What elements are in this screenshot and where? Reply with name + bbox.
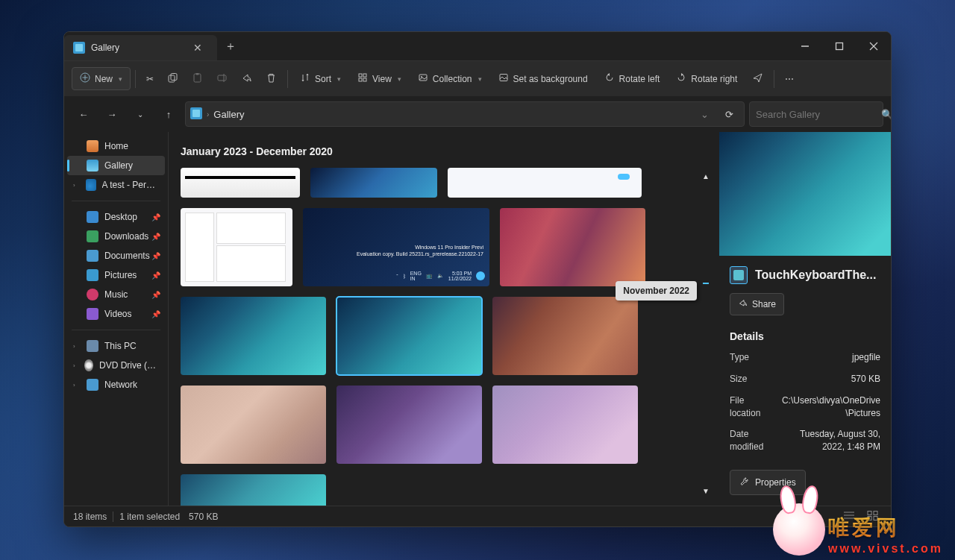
thumbnail[interactable] <box>492 386 638 464</box>
new-tab-button[interactable]: ＋ <box>217 32 244 60</box>
minimize-button[interactable] <box>788 42 822 51</box>
sidebar-item-label: Network <box>104 380 137 390</box>
set-background-button[interactable]: Set as background <box>491 68 595 89</box>
thumbnail[interactable] <box>492 297 638 375</box>
sidebar-item-videos[interactable]: Videos 📌 <box>67 304 165 324</box>
copy-button[interactable] <box>161 68 184 90</box>
thumbnail[interactable] <box>181 386 326 464</box>
sidebar-item-desktop[interactable]: Desktop 📌 <box>67 207 165 227</box>
bluetooth-icon: ᛒ <box>403 274 406 279</box>
divider <box>135 70 136 88</box>
sidebar-item-label: Gallery <box>104 160 133 171</box>
chevron-right-icon[interactable]: › <box>73 382 81 388</box>
sidebar-item-atest[interactable]: › A test - Personal <box>67 175 165 195</box>
thumbnail[interactable] <box>336 386 482 464</box>
thumbnail[interactable] <box>500 208 645 286</box>
thumbnail[interactable] <box>448 168 642 198</box>
thumbnail[interactable] <box>181 297 326 375</box>
insider-line2: Evaluation copy. Build 25231.rs_prerelea… <box>357 251 483 257</box>
svg-rect-30 <box>874 517 877 520</box>
sidebar-item-network[interactable]: › Network <box>67 375 165 394</box>
chevron-right-icon[interactable]: › <box>73 362 78 369</box>
sidebar-item-home[interactable]: Home <box>67 136 165 156</box>
layout-details-button[interactable] <box>840 509 858 524</box>
up-button[interactable]: ↑ <box>157 102 181 126</box>
home-icon <box>87 140 98 152</box>
view-button[interactable]: View ▾ <box>350 68 409 89</box>
details-filename: TouchKeyboardThe... <box>755 268 876 282</box>
collection-button[interactable]: Collection ▾ <box>410 68 489 89</box>
status-item-count: 18 items <box>73 512 107 522</box>
chevron-right-icon[interactable]: › <box>73 343 81 350</box>
new-button[interactable]: New ▾ <box>72 67 131 90</box>
tab-gallery[interactable]: Gallery ✕ <box>64 35 217 60</box>
properties-button[interactable]: Properties <box>730 470 806 495</box>
sidebar-item-label: Videos <box>104 309 131 319</box>
trash-icon <box>266 72 277 86</box>
sidebar-item-music[interactable]: Music 📌 <box>67 285 165 304</box>
chevron-down-icon: ▾ <box>478 75 482 83</box>
triangle-up-icon[interactable]: ▲ <box>699 169 713 183</box>
sort-button[interactable]: Sort ▾ <box>292 68 348 89</box>
thumbnail[interactable]: Windows 11 Pro Insider Previ Evaluation … <box>303 208 489 286</box>
address-dropdown-button[interactable]: ⌄ <box>695 109 715 120</box>
breadcrumb-sep-icon: › <box>207 110 209 119</box>
divider <box>287 70 288 88</box>
thumbnail[interactable] <box>181 474 326 506</box>
rotate-right-button[interactable]: Rotate right <box>668 68 745 89</box>
triangle-down-icon[interactable]: ▼ <box>699 484 713 498</box>
chevron-down-icon: ▾ <box>119 75 122 83</box>
layout-thumbs-button[interactable] <box>864 509 882 524</box>
sidebar-item-gallery[interactable]: Gallery <box>67 156 165 175</box>
wrench-icon <box>739 476 749 488</box>
close-button[interactable] <box>857 42 891 51</box>
svg-rect-16 <box>363 74 366 77</box>
thumbnail[interactable] <box>181 208 292 286</box>
tab-close-button[interactable]: ✕ <box>187 39 208 57</box>
maximize-button[interactable] <box>822 42 857 51</box>
share-icon <box>241 72 252 86</box>
sidebar-item-downloads[interactable]: Downloads 📌 <box>67 227 165 246</box>
music-icon <box>87 289 98 301</box>
chevron-down-icon: ▾ <box>337 75 341 83</box>
svg-rect-29 <box>868 517 871 520</box>
thumbnail-selected[interactable] <box>336 297 482 375</box>
status-selection: 1 item selected <box>119 512 180 522</box>
paste-button[interactable] <box>186 68 209 90</box>
svg-rect-23 <box>192 110 200 117</box>
sidebar: Home Gallery › A test - Personal Desktop… <box>64 132 169 506</box>
back-button[interactable]: ← <box>72 102 96 126</box>
videos-icon <box>87 308 98 320</box>
recent-button[interactable]: ⌄ <box>128 102 152 126</box>
delete-button[interactable] <box>260 68 283 90</box>
refresh-button[interactable]: ⟳ <box>719 109 739 120</box>
chevron-right-icon[interactable]: › <box>73 182 80 189</box>
forward-button[interactable]: → <box>100 102 124 126</box>
sidebar-item-dvd[interactable]: › DVD Drive (D:) CCC <box>67 356 165 375</box>
rename-button[interactable] <box>210 68 234 90</box>
share-button[interactable] <box>235 68 258 90</box>
share-button[interactable]: Share <box>730 293 784 315</box>
downloads-icon <box>87 230 98 242</box>
more-button[interactable]: ⋯ <box>779 69 800 89</box>
breadcrumb-gallery[interactable]: Gallery <box>213 109 244 120</box>
copy-icon <box>167 72 178 86</box>
thumbnail[interactable] <box>181 168 300 198</box>
documents-icon <box>87 250 98 262</box>
send-button[interactable] <box>746 68 769 90</box>
sidebar-item-documents[interactable]: Documents 📌 <box>67 246 165 265</box>
sidebar-item-thispc[interactable]: › This PC <box>67 336 165 356</box>
search-box[interactable]: 🔍 <box>749 101 883 127</box>
picture-icon <box>498 72 509 85</box>
address-bar[interactable]: › Gallery ⌄ ⟳ <box>185 101 745 127</box>
properties-label: Properties <box>755 477 796 488</box>
rotate-left-button[interactable]: Rotate left <box>597 68 668 89</box>
search-input[interactable] <box>756 109 881 120</box>
onedrive-icon <box>86 179 96 191</box>
thumbnail[interactable] <box>310 168 437 198</box>
cut-button[interactable]: ✂ <box>140 69 160 89</box>
clipboard-icon <box>192 72 203 86</box>
sidebar-item-pictures[interactable]: Pictures 📌 <box>67 265 165 285</box>
timeline-slider[interactable]: ▲ ▼ <box>698 169 713 498</box>
notification-icon <box>476 271 485 280</box>
